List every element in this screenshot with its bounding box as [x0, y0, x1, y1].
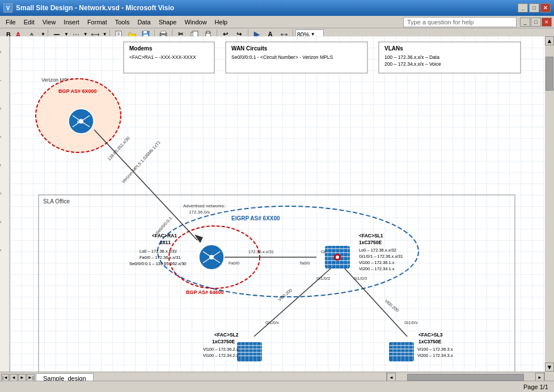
- svg-rect-15: [161, 31, 166, 33]
- svg-text:Gi1/0/x: Gi1/0/x: [404, 320, 418, 325]
- svg-text:BGP AS# 64600: BGP AS# 64600: [186, 289, 224, 295]
- help-minimize[interactable]: _: [520, 18, 530, 27]
- svg-marker-6: [91, 33, 92, 36]
- vertical-scrollbar[interactable]: ▲ ▼: [545, 36, 554, 372]
- menu-data[interactable]: Data: [134, 18, 154, 27]
- svg-text:<FAC>RA1: <FAC>RA1: [152, 233, 177, 238]
- svg-text:BGP AS# 6X000: BGP AS# 6X000: [58, 88, 97, 94]
- svg-line-98: [94, 130, 197, 240]
- svg-rect-164: [389, 342, 414, 361]
- svg-text:172.36.x.x/31: 172.36.x.x/31: [248, 249, 274, 254]
- svg-text:1: 1: [0, 249, 2, 252]
- window-title: Small Site Design - Network.vsd - Micros…: [16, 4, 174, 12]
- svg-text:Verizon MPLS 1.536Mb 1xT1: Verizon MPLS 1.536Mb 1xT1: [121, 140, 162, 185]
- svg-text:PE: PE: [77, 120, 83, 125]
- svg-text:Lo0 – 172.36.x.x/32: Lo0 – 172.36.x.x/32: [139, 249, 177, 254]
- svg-text:1xC3750E: 1xC3750E: [418, 339, 442, 344]
- maximize-button[interactable]: □: [529, 3, 539, 12]
- svg-text:Gi1/0/x: Gi1/0/x: [265, 320, 279, 325]
- menu-tools[interactable]: Tools: [112, 18, 133, 27]
- help-search-box[interactable]: Type a question for help: [403, 17, 517, 27]
- close-button[interactable]: ✕: [540, 3, 551, 12]
- svg-text:<FAC>SL1: <FAC>SL1: [359, 233, 383, 238]
- svg-text:Vl200 – 172.34.3.x: Vl200 – 172.34.3.x: [417, 353, 453, 358]
- svg-point-22: [281, 33, 283, 36]
- menu-help[interactable]: Help: [212, 18, 231, 27]
- svg-text:<FAC>SL3: <FAC>SL3: [418, 332, 443, 338]
- svg-text:Se0/0/0:0.1 - <Circuit Number>: Se0/0/0:0.1 - <Circuit Number> - Verizon…: [231, 54, 333, 60]
- minimize-button[interactable]: _: [518, 3, 528, 12]
- help-search-text: Type a question for help: [407, 19, 473, 25]
- svg-text:172.36.0/x: 172.36.0/x: [189, 210, 210, 215]
- svg-text:WAN Circuits: WAN Circuits: [231, 45, 268, 52]
- page-indicator: Page 1/1: [523, 384, 548, 390]
- help-close[interactable]: ✕: [542, 18, 552, 27]
- svg-text:Gi1/0/2: Gi1/0/2: [316, 276, 330, 281]
- svg-text:Vl100 – 172.36.1.x: Vl100 – 172.36.1.x: [359, 260, 395, 265]
- svg-text:<FAC>SL2: <FAC>SL2: [214, 332, 239, 338]
- svg-text:Vl100 – 172.36.2.x: Vl100 – 172.36.2.x: [203, 347, 239, 352]
- svg-text:1xC3750E: 1xC3750E: [359, 240, 382, 245]
- svg-text:8: 8: [0, 50, 2, 53]
- svg-text:Se0/0/0:0.1 – 139.65.262.x/30: Se0/0/0:0.1 – 139.65.262.x/30: [129, 261, 187, 266]
- menu-shape[interactable]: Shape: [155, 18, 180, 27]
- svg-text:Vl100 – 172.36.3.x: Vl100 – 172.36.3.x: [417, 347, 453, 352]
- canvas[interactable]: Modems <FAC>RA1 – -XXX-XXX-XXXX WAN Circ…: [10, 36, 545, 372]
- status-bar: Page 1/1: [0, 381, 554, 392]
- menu-insert[interactable]: Insert: [60, 18, 83, 27]
- svg-marker-5: [98, 33, 99, 36]
- svg-text:200 – 172.34.x.x/x – Voice: 200 – 172.34.x.x/x – Voice: [384, 61, 441, 67]
- svg-text:EIGRP AS# 6XX00: EIGRP AS# 6XX00: [231, 215, 280, 221]
- canvas-container: Modems <FAC>RA1 – -XXX-XXX-XXXX WAN Circ…: [10, 36, 545, 372]
- scroll-thumb-v[interactable]: [545, 57, 553, 91]
- svg-rect-149: [237, 342, 262, 361]
- svg-text:2: 2: [0, 220, 2, 223]
- menu-window[interactable]: Window: [181, 18, 210, 27]
- menu-edit[interactable]: Edit: [20, 18, 38, 27]
- svg-text:SLA Office: SLA Office: [43, 198, 70, 204]
- svg-text:1xC3750E: 1xC3750E: [212, 339, 235, 344]
- svg-point-23: [285, 33, 287, 36]
- svg-text:3: 3: [0, 192, 2, 195]
- svg-text:Fa0/0 – 172.36.x.x/31: Fa0/0 – 172.36.x.x/31: [139, 255, 181, 260]
- svg-text:2811: 2811: [160, 240, 171, 245]
- svg-text:Vl00.200: Vl00.200: [384, 299, 400, 313]
- svg-point-110: [209, 255, 214, 259]
- svg-text:Gi1/0/1 – 172.36.x.x/31: Gi1/0/1 – 172.36.x.x/31: [359, 254, 403, 259]
- svg-rect-62: [0, 36, 10, 376]
- svg-text:5: 5: [0, 135, 2, 138]
- svg-rect-18: [193, 31, 198, 37]
- svg-text:Vl200 – 172.34.1.x: Vl200 – 172.34.1.x: [359, 266, 395, 271]
- svg-rect-12: [143, 31, 147, 33]
- scroll-thumb-h[interactable]: [407, 374, 524, 381]
- help-restore[interactable]: □: [531, 18, 541, 27]
- svg-text:Vl100 – 172.34.2.x: Vl100 – 172.34.2.x: [203, 353, 239, 358]
- svg-text:Vl00.200: Vl00.200: [277, 288, 293, 302]
- svg-text:Lo0 – 172.36.x.x/32: Lo0 – 172.36.x.x/32: [359, 248, 396, 253]
- svg-text:7: 7: [0, 79, 2, 82]
- svg-text:Fa0/0: Fa0/0: [229, 261, 239, 266]
- app-icon: V: [3, 3, 12, 12]
- title-bar: V Small Site Design - Network.vsd - Micr…: [0, 0, 554, 16]
- menu-view[interactable]: View: [39, 18, 60, 27]
- svg-text:VLANs: VLANs: [384, 45, 403, 52]
- svg-text:Modems: Modems: [129, 45, 153, 52]
- menu-file[interactable]: File: [2, 18, 19, 27]
- svg-rect-20: [206, 31, 210, 33]
- svg-text:4: 4: [0, 164, 2, 167]
- scroll-up-button[interactable]: ▲: [545, 36, 554, 45]
- svg-text:100 – 172.36.x.x/x – Data: 100 – 172.36.x.x/x – Data: [384, 54, 439, 60]
- menu-format[interactable]: Format: [84, 18, 111, 27]
- vertical-ruler: 8 7 6 5 4 3 2 1: [0, 36, 10, 372]
- svg-text:<FAC>RA1 – -XXX-XXX-XXXX: <FAC>RA1 – -XXX-XXX-XXXX: [129, 54, 196, 60]
- menu-bar: File Edit View Insert Format Tools Data …: [0, 16, 554, 28]
- svg-text:Advertised networks:: Advertised networks:: [183, 203, 225, 208]
- svg-text:Ta0/0: Ta0/0: [299, 261, 310, 266]
- scroll-down-button[interactable]: ▼: [545, 363, 554, 372]
- svg-text:6: 6: [0, 107, 2, 110]
- svg-text:Gi1/0/3: Gi1/0/3: [353, 276, 367, 281]
- diagram-svg: Modems <FAC>RA1 – -XXX-XXX-XXXX WAN Circ…: [10, 36, 545, 372]
- svg-point-134: [336, 255, 339, 259]
